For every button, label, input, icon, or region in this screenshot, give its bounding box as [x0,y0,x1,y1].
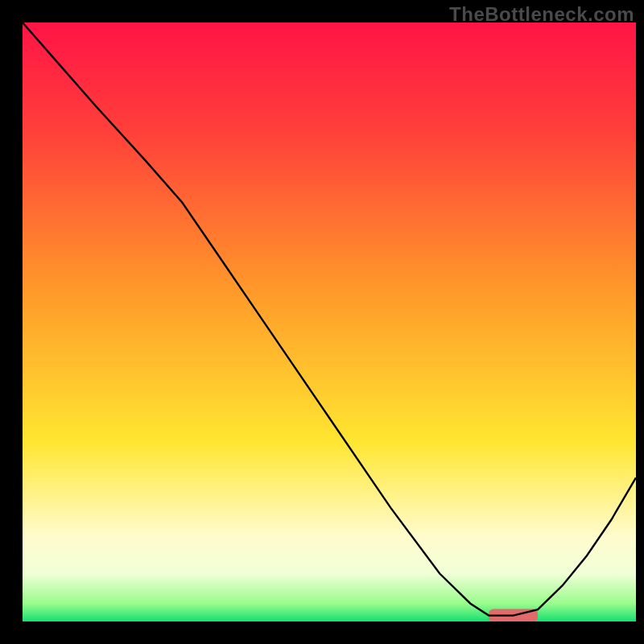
chart-frame: TheBottleneck.com [0,0,644,644]
chart-svg [23,23,636,621]
plot-area [23,23,636,621]
gradient-background [23,23,636,621]
